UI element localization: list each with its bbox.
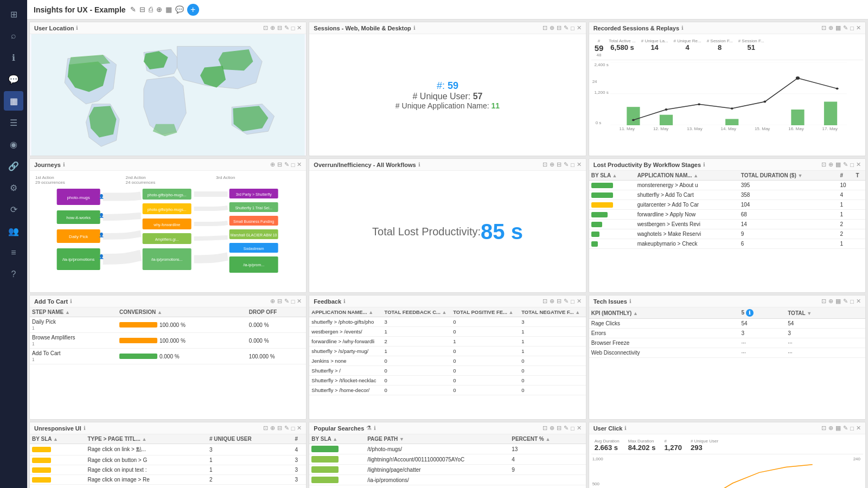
table-row[interactable]: Rage click on link > 點... 3 4: [30, 444, 306, 455]
ctrl-copy-c[interactable]: ⊟: [277, 298, 282, 305]
col-dropoff[interactable]: DROP OFF: [247, 307, 306, 317]
col-sla-p[interactable]: BY SLA ▲: [309, 434, 365, 444]
sidebar-icon-chat[interactable]: 💬: [4, 69, 23, 89]
ctrl-edit-o[interactable]: ✎: [564, 161, 569, 168]
col-neg-fb[interactable]: TOTAL NEGATIVE F... ▲: [519, 307, 585, 317]
ctrl-expand-r[interactable]: □: [850, 25, 854, 31]
ctrl-copy[interactable]: ⊟: [277, 24, 282, 31]
ctrl-export-u[interactable]: ⊡: [263, 425, 268, 432]
ctrl-chart-r[interactable]: ▦: [835, 24, 841, 31]
sidebar-icon-people[interactable]: 👥: [4, 221, 23, 241]
ctrl-export-o[interactable]: ⊡: [542, 161, 547, 168]
col-t[interactable]: T: [853, 171, 865, 181]
col-type-u[interactable]: TYPE > PAGE TITL... ▲: [85, 434, 207, 444]
info-icon-popular[interactable]: ℹ: [374, 425, 376, 431]
info-icon-cart[interactable]: ℹ: [70, 298, 72, 304]
sidebar-icon-grid[interactable]: ⊞: [4, 4, 23, 24]
table-row[interactable]: forwardline > /why-forwardli 2 1 1: [309, 337, 585, 346]
col-path-p[interactable]: PAGE PATH ▼: [365, 434, 509, 444]
table-row[interactable]: Errors 3 3: [589, 329, 865, 338]
ctrl-expand-uc[interactable]: □: [850, 425, 854, 432]
table-row[interactable]: Rage Clicks 54 54: [589, 319, 865, 329]
col-percent-p[interactable]: PERCENT % ▲: [509, 434, 585, 444]
ctrl-copy-fb[interactable]: ⊟: [557, 298, 561, 305]
table-row[interactable]: shutterfly > Add To Cart 358 4: [589, 190, 865, 200]
ctrl-export-s[interactable]: ⊡: [542, 24, 547, 31]
table-row[interactable]: Shutterfly > /home-decor/ 0 0 0: [309, 386, 585, 395]
ctrl-zoom[interactable]: ⊕: [270, 24, 275, 31]
table-row[interactable]: guitarcenter > Add To Car 104 1: [589, 200, 865, 210]
info-icon-tech[interactable]: ℹ: [629, 298, 631, 304]
ctrl-expand-t[interactable]: □: [850, 298, 854, 305]
ctrl-expand-c[interactable]: □: [291, 298, 295, 305]
ctrl-zoom-fb[interactable]: ⊕: [550, 298, 554, 305]
info-icon-userclick[interactable]: ℹ: [624, 425, 627, 431]
col-count-u[interactable]: #: [292, 434, 306, 444]
ctrl-copy-u[interactable]: ⊟: [277, 425, 282, 432]
ctrl-zoom-l[interactable]: ⊕: [828, 161, 833, 168]
table-row[interactable]: Rage click on input text : 1 3: [30, 465, 306, 475]
table-row[interactable]: Add To Cart1 0.000 % 100.000 %: [30, 349, 306, 364]
ctrl-expand-o[interactable]: □: [571, 162, 575, 168]
table-row[interactable]: Shutterfly > /t/locket-necklac 0 0 0: [309, 376, 585, 386]
bookmark-icon[interactable]: ⊕: [156, 5, 162, 14]
sidebar-icon-info[interactable]: ℹ: [4, 48, 23, 67]
ctrl-zoom-u[interactable]: ⊕: [270, 425, 275, 432]
ctrl-export-l[interactable]: ⊡: [821, 161, 826, 168]
table-row[interactable]: /t/photo-mugs/ 13: [309, 444, 585, 454]
ctrl-expand-u[interactable]: □: [291, 425, 295, 432]
ctrl-close[interactable]: ✕: [297, 24, 302, 31]
ctrl-close-r[interactable]: ✕: [856, 24, 861, 31]
ctrl-copy-j[interactable]: ⊟: [277, 161, 282, 168]
ctrl-expand-s[interactable]: □: [571, 25, 575, 31]
ctrl-export-uc[interactable]: ⊡: [821, 425, 826, 432]
ctrl-export-r[interactable]: ⊡: [821, 24, 826, 31]
ctrl-expand-j[interactable]: □: [291, 162, 295, 168]
table-row[interactable]: Browser Freeze ··· ···: [589, 338, 865, 348]
ctrl-edit-p[interactable]: ✎: [564, 425, 569, 432]
ctrl-edit-t[interactable]: ✎: [843, 298, 848, 305]
print-icon[interactable]: ⎙: [149, 5, 153, 14]
col-step-name[interactable]: STEP NAME ▲: [30, 307, 117, 317]
table-row[interactable]: westbergen > Events Revi 14 2: [589, 220, 865, 229]
table-row[interactable]: Rage click on image > Re 2 3: [30, 475, 306, 485]
table-row[interactable]: /lightning/r/Account/001110000075AYoC 4: [309, 454, 585, 465]
ctrl-copy-p[interactable]: ⊟: [557, 425, 561, 432]
ctrl-copy-s[interactable]: ⊟: [557, 24, 561, 31]
comment-icon[interactable]: 💬: [175, 5, 184, 14]
ctrl-edit-s[interactable]: ✎: [564, 24, 569, 31]
sidebar-icon-globe[interactable]: ◉: [4, 134, 23, 154]
ctrl-expand[interactable]: □: [291, 25, 295, 31]
chart-icon[interactable]: ▦: [165, 5, 172, 14]
ctrl-copy-o[interactable]: ⊟: [557, 161, 561, 168]
table-row[interactable]: Shutterfly > / 0 0 0: [309, 366, 585, 376]
ctrl-chart-l[interactable]: ▦: [835, 161, 841, 168]
table-row[interactable]: shutterfly > /photo-gifts/pho 3 0 3: [309, 317, 585, 327]
info-icon-overrun[interactable]: ℹ: [418, 162, 420, 168]
ctrl-close-u[interactable]: ✕: [297, 425, 302, 432]
ctrl-edit-uc[interactable]: ✎: [843, 425, 848, 432]
ctrl-chart-uc[interactable]: ▦: [835, 425, 841, 432]
col-pos-fb[interactable]: TOTAL POSITIVE FE... ▲: [451, 307, 519, 317]
table-row[interactable]: /ia-ip/promotions/: [309, 475, 585, 485]
sidebar-icon-list[interactable]: ≡: [4, 243, 23, 262]
col-unique-u[interactable]: # UNIQUE USER: [207, 434, 293, 444]
col-kpi[interactable]: KPI (MONTHLY) ▲: [589, 307, 739, 319]
sidebar-icon-table[interactable]: ☰: [4, 113, 23, 132]
ctrl-zoom-c[interactable]: ⊕: [270, 298, 275, 305]
ctrl-close-l[interactable]: ✕: [856, 161, 861, 168]
ctrl-edit-l[interactable]: ✎: [843, 161, 848, 168]
edit-icon[interactable]: ✎: [130, 5, 136, 14]
info-icon-feedback[interactable]: ℹ: [343, 298, 346, 304]
sidebar-icon-search[interactable]: ⌕: [4, 26, 23, 46]
copy-icon[interactable]: ⊟: [139, 5, 145, 14]
ctrl-close-fb[interactable]: ✕: [577, 298, 582, 305]
sidebar-icon-help[interactable]: ?: [4, 265, 23, 284]
table-row[interactable]: Jenkins > none 0 0 0: [309, 356, 585, 366]
add-button[interactable]: +: [187, 4, 199, 16]
ctrl-export-fb[interactable]: ⊡: [542, 298, 547, 305]
ctrl-export[interactable]: ⊡: [263, 24, 268, 31]
ctrl-chart-t[interactable]: ▦: [835, 298, 841, 305]
table-row[interactable]: Browse Amplifiers1 100.000 % 0.000 %: [30, 333, 306, 349]
info-icon-sessions[interactable]: ℹ: [413, 25, 416, 31]
